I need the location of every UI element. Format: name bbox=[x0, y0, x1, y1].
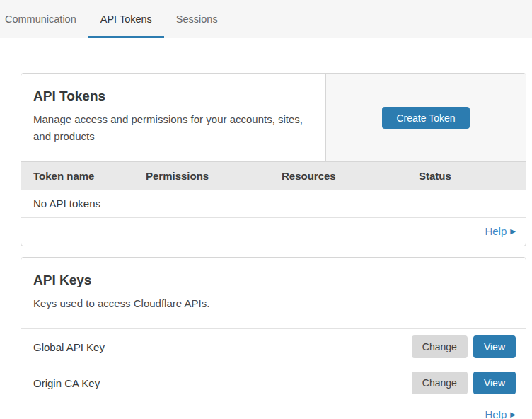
view-button[interactable]: View bbox=[473, 372, 516, 394]
view-button[interactable]: View bbox=[473, 335, 516, 358]
keys-help-link[interactable]: Help ▶ bbox=[485, 408, 516, 419]
api-keys-card: API Keys Keys used to access Cloudflare … bbox=[21, 257, 526, 419]
api-keys-card-header: API Keys Keys used to access Cloudflare … bbox=[21, 258, 526, 329]
api-tokens-title: API Tokens bbox=[33, 88, 313, 104]
caret-right-icon: ▶ bbox=[510, 227, 516, 235]
api-tokens-card-footer: Help ▶ bbox=[21, 218, 526, 246]
api-tokens-card: API Tokens Manage access and permissions… bbox=[21, 73, 526, 246]
api-keys-description: Keys used to access Cloudflare APIs. bbox=[33, 295, 316, 312]
tab-sessions[interactable]: Sessions bbox=[164, 0, 230, 38]
api-tokens-description: Manage access and permissions for your a… bbox=[33, 111, 313, 145]
table-row-origin-ca-key: Origin CA Key Change View bbox=[21, 365, 526, 401]
empty-tokens-message: No API tokens bbox=[33, 197, 100, 210]
caret-right-icon: ▶ bbox=[510, 411, 516, 418]
key-name-label: Global API Key bbox=[33, 341, 105, 353]
keys-help-label: Help bbox=[485, 408, 507, 419]
key-name-label: Origin CA Key bbox=[33, 377, 100, 389]
api-tokens-card-header: API Tokens Manage access and permissions… bbox=[21, 74, 526, 161]
api-tokens-card-header-right: Create Token bbox=[325, 74, 526, 161]
empty-tokens-row: No API tokens bbox=[21, 190, 526, 218]
global-api-key-actions: Change View bbox=[412, 335, 516, 358]
column-header-token-name: Token name bbox=[33, 170, 146, 182]
tokens-help-link[interactable]: Help ▶ bbox=[485, 225, 516, 237]
table-row-global-api-key: Global API Key Change View bbox=[21, 329, 526, 365]
tab-communication[interactable]: Communication bbox=[0, 0, 88, 38]
tab-api-tokens[interactable]: API Tokens bbox=[88, 0, 164, 38]
tokens-help-label: Help bbox=[485, 225, 507, 237]
api-keys-card-footer: Help ▶ bbox=[21, 401, 526, 419]
column-header-resources: Resources bbox=[282, 170, 419, 182]
page-content: API Tokens Manage access and permissions… bbox=[0, 38, 532, 419]
origin-ca-key-actions: Change View bbox=[412, 372, 516, 394]
tokens-table-header: Token name Permissions Resources Status bbox=[21, 161, 526, 190]
column-header-status: Status bbox=[419, 170, 526, 182]
api-keys-title: API Keys bbox=[33, 272, 514, 288]
tab-bar: Communication API Tokens Sessions bbox=[0, 0, 532, 38]
change-button[interactable]: Change bbox=[412, 372, 468, 394]
change-button[interactable]: Change bbox=[412, 335, 468, 358]
api-tokens-card-header-left: API Tokens Manage access and permissions… bbox=[21, 74, 325, 161]
create-token-button[interactable]: Create Token bbox=[382, 107, 469, 129]
column-header-permissions: Permissions bbox=[146, 170, 282, 182]
